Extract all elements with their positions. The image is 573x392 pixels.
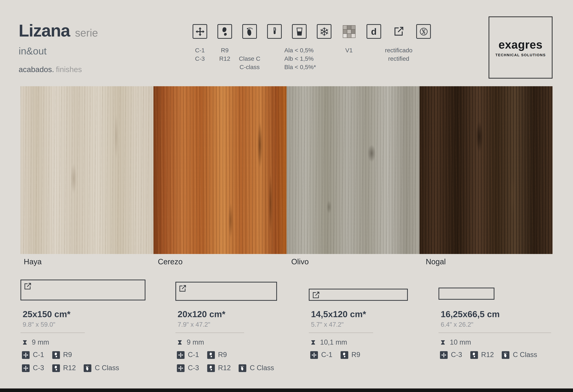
shoe-print-icon bbox=[470, 351, 478, 359]
spec-value: C Class bbox=[95, 364, 119, 372]
finish-swatches bbox=[20, 86, 553, 254]
thickness-row: 10 mm bbox=[440, 339, 471, 346]
rectified-icon bbox=[392, 24, 406, 39]
rectified-icon bbox=[23, 282, 32, 292]
shoe-print-icon bbox=[207, 364, 215, 372]
spec-value: C-3 bbox=[188, 364, 199, 372]
spec-row: C-3 R12 C Class bbox=[177, 364, 279, 372]
barefoot-icon bbox=[502, 351, 510, 359]
abrasion-labels: C-1 C-3 bbox=[195, 46, 205, 63]
product-column-haya: Haya 25x150 cm* 9.8" x 59.0" 9 mm C-1 R9… bbox=[20, 256, 156, 378]
swatch-cerezo bbox=[153, 86, 286, 254]
technical-icons-row: d C-1 C-3 R9 R12 Clase C C-class Ala < 0… bbox=[193, 24, 434, 72]
divider bbox=[175, 333, 244, 333]
swatch-olivo bbox=[286, 86, 420, 254]
shade-variation-icon bbox=[342, 24, 356, 39]
shoe-print-icon bbox=[52, 351, 60, 359]
shoe-print-icon bbox=[217, 24, 232, 39]
thickness-row: 10,1 mm bbox=[310, 339, 347, 346]
spec-value: R12 bbox=[481, 351, 494, 359]
absorption-labels: Ala < 0,5% Alb < 1,5% Bla < 0,5%* bbox=[284, 46, 316, 71]
rectified-labels: rectificado rectified bbox=[385, 46, 412, 63]
spec-row: C-3 R12 C Class bbox=[22, 364, 124, 372]
thickness-icon bbox=[22, 339, 28, 346]
spec-value: R12 bbox=[218, 364, 231, 372]
product-column-cerezo: Cerezo 20x120 cm* 7.9" x 47.2" 9 mm C-1 … bbox=[175, 256, 311, 378]
usage-subtitle: in&out bbox=[18, 46, 98, 57]
barefoot-icon bbox=[84, 364, 91, 372]
move-arrows-icon bbox=[193, 24, 207, 39]
shoe-print-icon bbox=[340, 351, 348, 359]
thickness-value: 9 mm bbox=[187, 339, 204, 346]
size-cm: 16,25x66,5 cm bbox=[441, 309, 500, 319]
swatch-nogal bbox=[420, 86, 553, 254]
thickness-value: 10 mm bbox=[450, 339, 471, 346]
spec-value: C-1 bbox=[188, 351, 199, 359]
barefoot-icon bbox=[239, 364, 247, 372]
spec-value: C-1 bbox=[321, 351, 332, 359]
finishes-label: acabados.finishes bbox=[18, 65, 98, 74]
spec-row: C-3 R12 C Class bbox=[440, 351, 542, 359]
spec-value: R12 bbox=[63, 364, 76, 372]
move-arrows-icon bbox=[177, 364, 184, 372]
rectified-icon bbox=[311, 291, 321, 301]
barefoot-icon bbox=[242, 24, 257, 39]
shade-label: V1 bbox=[345, 46, 353, 54]
bottom-bar bbox=[0, 389, 573, 392]
brand-logo-box: exagres TECHNICAL SOLUTIONS bbox=[489, 17, 553, 79]
format-proportion-bar bbox=[439, 288, 495, 300]
brand-name: exagres bbox=[499, 38, 542, 51]
thickness-icon bbox=[440, 339, 446, 346]
size-cm: 20x120 cm* bbox=[178, 309, 226, 319]
catalog-viewport: Lizana serie in&out acabados.finishes d … bbox=[0, 0, 573, 392]
move-arrows-icon bbox=[177, 351, 184, 359]
swatch-haya bbox=[20, 86, 153, 254]
product-name: Nogal bbox=[426, 257, 446, 266]
thickness-value: 10,1 mm bbox=[320, 339, 347, 346]
size-inches: 9.8" x 59.0" bbox=[23, 321, 55, 329]
spec-row: C-1 R9 bbox=[22, 351, 77, 359]
product-name: Olivo bbox=[291, 257, 309, 266]
thickness-icon bbox=[177, 339, 183, 346]
product-column-nogal: Nogal 16,25x66,5 cm 6.4" x 26.2" 10 mm C… bbox=[439, 256, 573, 378]
spec-value: R9 bbox=[218, 351, 227, 359]
spec-row: C-1 R9 bbox=[310, 351, 365, 359]
brand-tagline: TECHNICAL SOLUTIONS bbox=[495, 53, 546, 57]
spec-value: C-3 bbox=[33, 364, 44, 372]
move-arrows-icon bbox=[22, 364, 30, 372]
series-suffix: serie bbox=[75, 27, 98, 39]
snowflake-icon bbox=[317, 24, 331, 39]
divider bbox=[439, 333, 551, 333]
shoe-print-icon bbox=[52, 364, 60, 372]
test-tube-icon bbox=[267, 24, 282, 39]
format-proportion-bar bbox=[20, 280, 145, 300]
divider bbox=[309, 333, 373, 333]
product-column-olivo: Olivo 14,5x120 cm* 5.7" x 47.2" 10,1 mm … bbox=[309, 256, 444, 378]
spec-value: C-1 bbox=[33, 351, 44, 359]
format-proportion-bar bbox=[309, 289, 408, 301]
product-name: Haya bbox=[24, 257, 42, 266]
glass-icon bbox=[292, 24, 306, 39]
size-inches: 6.4" x 26.2" bbox=[441, 321, 473, 329]
spec-row: C-1 R9 bbox=[177, 351, 232, 359]
thickness-value: 9 mm bbox=[32, 339, 49, 346]
rectified-icon bbox=[178, 284, 187, 295]
catalog-page: Lizana serie in&out acabados.finishes d … bbox=[0, 0, 573, 392]
spec-value: C Class bbox=[250, 364, 274, 372]
format-proportion-bar bbox=[175, 282, 277, 301]
product-name: Cerezo bbox=[158, 257, 182, 266]
d-icon: d bbox=[367, 24, 381, 39]
title-block: Lizana serie in&out acabados.finishes bbox=[18, 20, 98, 74]
thickness-icon bbox=[310, 339, 316, 346]
size-inches: 5.7" x 47.2" bbox=[311, 321, 343, 329]
slip-labels: R9 R12 bbox=[219, 46, 230, 63]
barefoot-labels: Clase C C-class bbox=[239, 54, 260, 71]
move-arrows-icon bbox=[22, 351, 30, 359]
spec-value: R9 bbox=[351, 351, 360, 359]
divider bbox=[20, 333, 85, 333]
swirl-icon bbox=[416, 24, 431, 39]
size-cm: 14,5x120 cm* bbox=[311, 309, 366, 319]
spec-value: C-3 bbox=[451, 351, 462, 359]
spec-value: R9 bbox=[63, 351, 72, 359]
thickness-row: 9 mm bbox=[22, 339, 49, 346]
